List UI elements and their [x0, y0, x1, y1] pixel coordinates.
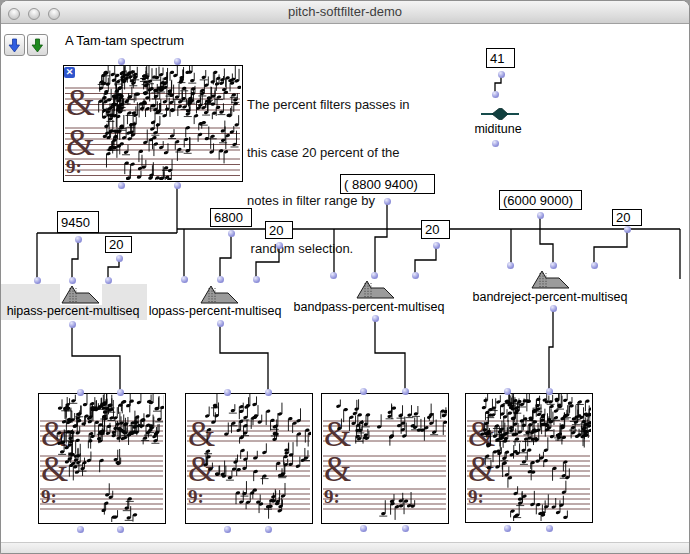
score-editor-box[interactable]: &&9:: [38, 393, 166, 524]
comment-line: The percent filters passes in: [247, 97, 410, 113]
bass-clef-icon: 9:: [41, 486, 57, 507]
connection-dot[interactable]: [550, 305, 557, 312]
score-notation: &&9:: [64, 66, 241, 180]
connection-dot[interactable]: [265, 526, 272, 533]
treble-clef-icon: &: [324, 415, 351, 454]
score-editor-box[interactable]: &&9:: [63, 65, 243, 182]
connection-dot[interactable]: [412, 272, 419, 279]
connection-dot[interactable]: [253, 276, 260, 283]
connection-dot[interactable]: [591, 262, 598, 269]
connection-dot[interactable]: [507, 262, 514, 269]
treble-clef-icon: &: [41, 450, 68, 489]
connection-dot[interactable]: [330, 272, 337, 279]
connection-dot[interactable]: [546, 525, 553, 532]
slider-knob-icon[interactable]: [492, 109, 508, 120]
connection-dot[interactable]: [105, 277, 112, 284]
number-box[interactable]: 20: [612, 209, 642, 226]
download-green-button[interactable]: [27, 34, 48, 56]
app-window: pitch-softfilter-demo A Tam-tam spectrum…: [0, 0, 690, 554]
connection-dot[interactable]: [118, 182, 125, 189]
treble-clef-icon: &: [188, 415, 215, 454]
connection-dot[interactable]: [117, 389, 124, 396]
filter-shape-icon[interactable]: [199, 283, 241, 305]
connection-dot[interactable]: [77, 389, 84, 396]
number-box[interactable]: ( 8800 9400): [340, 174, 435, 194]
download-blue-button[interactable]: [4, 34, 25, 56]
connection-dot[interactable]: [228, 230, 235, 237]
titlebar: pitch-softfilter-demo: [1, 1, 689, 24]
filter-shape-icon[interactable]: [530, 268, 572, 290]
connection-dot[interactable]: [276, 242, 283, 249]
connection-dot[interactable]: [498, 71, 505, 78]
connection-dot[interactable]: [371, 272, 378, 279]
connection-dot[interactable]: [433, 242, 440, 249]
treble-clef-icon: &: [66, 82, 95, 123]
connection-dot[interactable]: [492, 140, 499, 147]
score-notation: &&9:: [186, 394, 311, 522]
number-box[interactable]: 9450: [57, 211, 99, 233]
bass-clef-icon: 9:: [188, 486, 204, 507]
connection-dot[interactable]: [118, 58, 125, 65]
bass-clef-icon: 9:: [324, 486, 340, 507]
connection-dot[interactable]: [504, 388, 511, 395]
connection-dot[interactable]: [504, 525, 511, 532]
connection-dot[interactable]: [174, 58, 181, 65]
connection-dot[interactable]: [174, 182, 181, 189]
connection-dot[interactable]: [69, 321, 76, 328]
connection-dot[interactable]: [75, 236, 82, 243]
connection-dot[interactable]: [537, 212, 544, 219]
number-box[interactable]: 20: [421, 220, 450, 239]
bass-clef-icon: 9:: [66, 156, 82, 177]
miditune-slider[interactable]: [479, 105, 521, 123]
connection-dot[interactable]: [265, 389, 272, 396]
number-box[interactable]: 20: [265, 221, 293, 239]
connection-dot[interactable]: [224, 389, 231, 396]
window-title: pitch-softfilter-demo: [1, 4, 689, 19]
filter-shape-icon[interactable]: [355, 278, 397, 300]
number-box[interactable]: 6800: [210, 208, 252, 227]
score-notation: &&9:: [466, 394, 591, 521]
score-editor-box[interactable]: &&9:: [321, 393, 449, 524]
connection-dot[interactable]: [372, 315, 379, 322]
patch-heading: A Tam-tam spectrum: [65, 33, 184, 48]
connection-dot[interactable]: [492, 91, 499, 98]
connection-dot[interactable]: [550, 262, 557, 269]
selection-x-marker-icon[interactable]: ✕: [64, 67, 75, 78]
connection-dot[interactable]: [624, 226, 631, 233]
connection-dot[interactable]: [181, 276, 188, 283]
connection-dot[interactable]: [217, 276, 224, 283]
connection-dot[interactable]: [546, 388, 553, 395]
connection-dot[interactable]: [360, 388, 367, 395]
connection-dot[interactable]: [117, 526, 124, 533]
connection-dot[interactable]: [116, 255, 123, 262]
number-box[interactable]: 20: [105, 236, 132, 253]
connection-dot[interactable]: [224, 526, 231, 533]
connection-dot[interactable]: [69, 277, 76, 284]
number-box[interactable]: (6000 9000): [499, 190, 582, 210]
score-editor-box[interactable]: &&9:: [465, 393, 593, 523]
window-bottom-edge: [1, 542, 689, 554]
connection-dot[interactable]: [360, 525, 367, 532]
filter-shape-icon[interactable]: [60, 283, 102, 305]
treble-clef-icon: &: [468, 450, 495, 489]
score-editor-box[interactable]: &&9:: [185, 393, 313, 524]
green-down-arrow-icon: [31, 38, 44, 53]
comment-line: random selection.: [247, 241, 410, 257]
filter-box-label[interactable]: bandreject-percent-multiseq: [440, 290, 660, 304]
score-notation: &&9:: [322, 394, 447, 522]
connection-dot[interactable]: [384, 198, 391, 205]
connection-dot[interactable]: [402, 525, 409, 532]
bass-clef-icon: 9:: [468, 486, 484, 507]
treble-clef-icon: &: [324, 450, 351, 489]
number-box[interactable]: 41: [486, 48, 515, 68]
miditune-label: miditune: [453, 122, 543, 136]
connection-dot[interactable]: [217, 320, 224, 327]
connection-dot[interactable]: [34, 277, 41, 284]
connection-dot[interactable]: [402, 388, 409, 395]
blue-down-arrow-icon: [8, 38, 21, 53]
comment-line: this case 20 percent of the: [247, 145, 410, 161]
score-notation: &&9:: [39, 394, 164, 522]
connection-dot[interactable]: [77, 526, 84, 533]
